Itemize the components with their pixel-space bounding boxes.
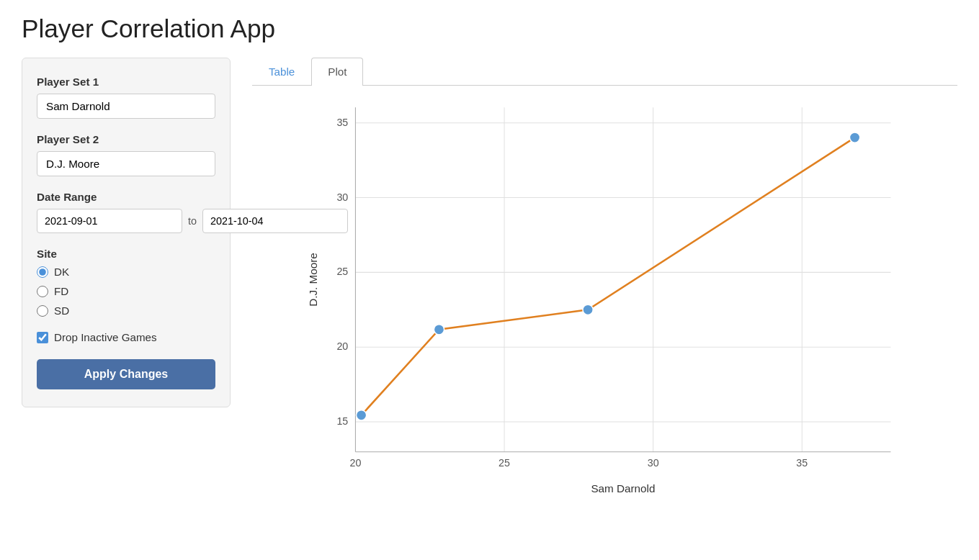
site-sd-option[interactable]: SD <box>37 304 215 317</box>
svg-text:Sam Darnold: Sam Darnold <box>591 482 655 494</box>
svg-text:25: 25 <box>336 266 348 277</box>
date-range-row: to <box>37 209 215 233</box>
svg-text:D.J. Moore: D.J. Moore <box>308 253 320 307</box>
site-radio-group: DK FD SD <box>37 266 215 317</box>
svg-text:25: 25 <box>499 457 510 469</box>
date-from-input[interactable] <box>37 209 182 233</box>
site-sd-label: SD <box>54 304 69 317</box>
tab-table[interactable]: Table <box>252 58 311 85</box>
site-dk-option[interactable]: DK <box>37 266 215 278</box>
svg-text:35: 35 <box>796 457 808 469</box>
apply-changes-button[interactable]: Apply Changes <box>37 359 215 389</box>
date-separator: to <box>188 215 197 227</box>
site-fd-option[interactable]: FD <box>37 285 215 297</box>
data-point-1 <box>356 410 366 420</box>
svg-text:20: 20 <box>349 457 361 469</box>
svg-text:30: 30 <box>336 191 348 203</box>
tab-plot[interactable]: Plot <box>311 58 363 86</box>
svg-text:15: 15 <box>336 415 348 427</box>
svg-text:30: 30 <box>648 457 659 469</box>
sidebar: Player Set 1 Player Set 2 Date Range to … <box>22 58 231 407</box>
date-range-group: Date Range to <box>37 191 215 233</box>
site-dk-radio[interactable] <box>37 266 48 278</box>
app-title: Player Correlation App <box>22 14 957 43</box>
player-set-1-group: Player Set 1 <box>37 76 215 119</box>
drop-inactive-checkbox[interactable] <box>37 332 48 343</box>
site-fd-radio[interactable] <box>37 286 48 297</box>
scatter-plot: 20 25 30 35 15 20 25 30 35 Sam Darnold D… <box>252 93 957 503</box>
data-point-2 <box>434 325 444 335</box>
svg-text:20: 20 <box>336 340 348 352</box>
tabs: Table Plot <box>252 58 957 86</box>
drop-inactive-label: Drop Inactive Games <box>54 331 157 343</box>
content-area: Table Plot <box>252 58 957 503</box>
chart-container: 20 25 30 35 15 20 25 30 35 Sam Darnold D… <box>252 86 957 503</box>
drop-inactive-option[interactable]: Drop Inactive Games <box>37 331 215 343</box>
site-dk-label: DK <box>54 266 69 278</box>
site-group: Site DK FD SD <box>37 248 215 317</box>
player-set-2-label: Player Set 2 <box>37 133 215 145</box>
data-point-4 <box>849 132 859 143</box>
site-sd-radio[interactable] <box>37 305 48 317</box>
player-set-2-group: Player Set 2 <box>37 133 215 176</box>
data-point-3 <box>583 304 593 315</box>
site-fd-label: FD <box>54 285 68 297</box>
svg-text:35: 35 <box>336 117 348 128</box>
player-set-1-label: Player Set 1 <box>37 76 215 88</box>
player-set-1-input[interactable] <box>37 94 215 119</box>
player-set-2-input[interactable] <box>37 151 215 176</box>
chart-line <box>362 137 855 415</box>
main-layout: Player Set 1 Player Set 2 Date Range to … <box>22 58 957 503</box>
date-range-label: Date Range <box>37 191 215 203</box>
site-label: Site <box>37 248 215 260</box>
